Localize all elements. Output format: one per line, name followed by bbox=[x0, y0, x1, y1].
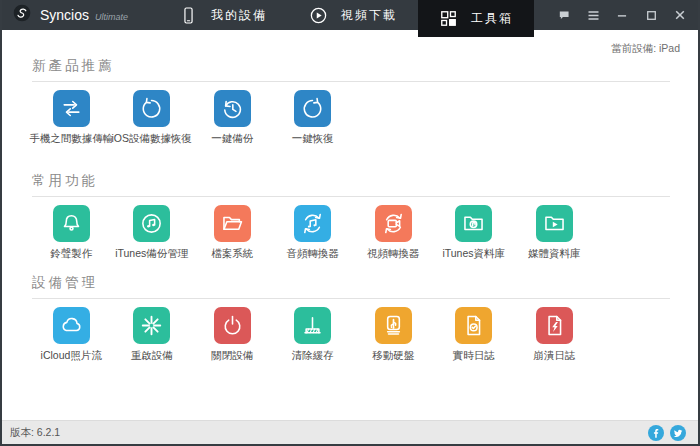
tool-label: 清除緩存 bbox=[292, 349, 334, 363]
video-convert-icon bbox=[375, 205, 412, 242]
tool-tile[interactable]: iTunes備份管理 bbox=[112, 205, 193, 261]
tool-label: 實時日誌 bbox=[453, 349, 495, 363]
tool-tile[interactable]: iCloud照片流 bbox=[31, 307, 112, 363]
tool-tile[interactable]: iOS設備數據恢復 bbox=[112, 90, 193, 146]
tool-label: 音頻轉換器 bbox=[287, 247, 340, 261]
tile-row: 鈴聲製作iTunes備份管理檔案系統音頻轉換器視頻轉換器iTunes資料庫媒體資… bbox=[31, 205, 670, 261]
tile-row: iCloud照片流重啟設備關閉設備清除緩存移動硬盤實時日誌崩潰日誌 bbox=[31, 307, 670, 363]
tab-label: 視頻下載 bbox=[341, 7, 397, 24]
tool-tile[interactable]: 關閉設備 bbox=[192, 307, 273, 363]
tool-tile[interactable]: 清除緩存 bbox=[273, 307, 354, 363]
tool-tile[interactable]: 檔案系統 bbox=[192, 205, 273, 261]
tool-label: 重啟設備 bbox=[131, 349, 173, 363]
crash-log-icon bbox=[536, 307, 573, 344]
phone-icon bbox=[179, 6, 198, 25]
tool-label: 一鍵備份 bbox=[211, 132, 253, 146]
tab-label: 我的設備 bbox=[211, 7, 267, 24]
section: 常用功能鈴聲製作iTunes備份管理檔案系統音頻轉換器視頻轉換器iTunes資料… bbox=[32, 172, 670, 261]
tool-label: iCloud照片流 bbox=[41, 349, 102, 363]
twitter-icon[interactable] bbox=[670, 425, 686, 441]
reboot-icon bbox=[133, 307, 170, 344]
window-controls bbox=[556, 0, 688, 30]
menu-icon[interactable] bbox=[585, 7, 601, 23]
tool-label: iOS設備數據恢復 bbox=[112, 132, 193, 146]
transfer-icon bbox=[53, 90, 90, 127]
tab-1[interactable]: 我的設備 bbox=[158, 0, 288, 30]
app-name: Syncios bbox=[40, 7, 89, 23]
status-bar: 版本: 6.2.1 bbox=[2, 420, 698, 444]
grid-icon bbox=[439, 9, 458, 28]
recovery-icon bbox=[294, 90, 331, 127]
section-title: 新產品推薦 bbox=[32, 57, 670, 82]
tool-tile[interactable]: 媒體資料庫 bbox=[514, 205, 595, 261]
itunes-library-icon bbox=[455, 205, 492, 242]
tool-tile[interactable]: 鈴聲製作 bbox=[31, 205, 112, 261]
social-links bbox=[648, 425, 686, 441]
tab-3[interactable]: 工具箱 bbox=[418, 0, 534, 37]
feedback-icon[interactable] bbox=[556, 7, 572, 23]
backup-clock-icon bbox=[214, 90, 251, 127]
audio-convert-icon bbox=[294, 205, 331, 242]
media-library-icon bbox=[536, 205, 573, 242]
logo-area: Syncios Ultimate bbox=[12, 0, 128, 30]
tool-tile[interactable]: 一鍵恢復 bbox=[273, 90, 354, 146]
tool-tile[interactable]: 視頻轉換器 bbox=[353, 205, 434, 261]
tool-tile[interactable]: 手機之間數據傳輸 bbox=[31, 90, 112, 146]
tool-label: 移動硬盤 bbox=[372, 349, 414, 363]
tool-label: iTunes資料庫 bbox=[442, 247, 505, 261]
tool-label: 手機之間數據傳輸 bbox=[29, 132, 113, 146]
current-device-label: 當前設備: iPad bbox=[611, 42, 680, 56]
tool-label: 視頻轉換器 bbox=[367, 247, 420, 261]
restore-icon bbox=[133, 90, 170, 127]
power-icon bbox=[214, 307, 251, 344]
section-title: 常用功能 bbox=[32, 172, 670, 197]
folder-open-icon bbox=[214, 205, 251, 242]
syncios-logo-icon bbox=[12, 3, 32, 27]
tool-tile[interactable]: 實時日誌 bbox=[434, 307, 515, 363]
minimize-icon[interactable] bbox=[614, 7, 630, 23]
clean-icon bbox=[294, 307, 331, 344]
syncios-window: Syncios Ultimate 我的設備視頻下載工具箱 當前設備: iPad … bbox=[0, 0, 700, 446]
tool-label: iTunes備份管理 bbox=[115, 247, 188, 261]
close-icon[interactable] bbox=[672, 7, 688, 23]
tab-2[interactable]: 視頻下載 bbox=[288, 0, 418, 30]
tab-label: 工具箱 bbox=[471, 10, 513, 27]
tool-label: 鈴聲製作 bbox=[50, 247, 92, 261]
section: 新產品推薦手機之間數據傳輸iOS設備數據恢復一鍵備份一鍵恢復 bbox=[32, 57, 670, 146]
facebook-icon[interactable] bbox=[648, 425, 664, 441]
sections: 新產品推薦手機之間數據傳輸iOS設備數據恢復一鍵備份一鍵恢復常用功能鈴聲製作iT… bbox=[32, 50, 670, 363]
section-title: 設備管理 bbox=[32, 274, 670, 299]
section: 設備管理iCloud照片流重啟設備關閉設備清除緩存移動硬盤實時日誌崩潰日誌 bbox=[32, 274, 670, 363]
tool-tile[interactable]: 一鍵備份 bbox=[192, 90, 273, 146]
tool-label: 崩潰日誌 bbox=[533, 349, 575, 363]
tool-label: 媒體資料庫 bbox=[528, 247, 581, 261]
itunes-icon bbox=[133, 205, 170, 242]
maximize-icon[interactable] bbox=[643, 7, 659, 23]
tool-label: 關閉設備 bbox=[211, 349, 253, 363]
tool-label: 檔案系統 bbox=[211, 247, 253, 261]
tool-tile[interactable]: 崩潰日誌 bbox=[514, 307, 595, 363]
tool-tile[interactable]: 音頻轉換器 bbox=[273, 205, 354, 261]
titlebar: Syncios Ultimate 我的設備視頻下載工具箱 bbox=[2, 0, 698, 30]
version-label: 版本: 6.2.1 bbox=[10, 426, 60, 440]
app-edition: Ultimate bbox=[95, 12, 128, 22]
tabs: 我的設備視頻下載工具箱 bbox=[158, 0, 534, 37]
tool-label: 一鍵恢復 bbox=[292, 132, 334, 146]
tool-tile[interactable]: 移動硬盤 bbox=[353, 307, 434, 363]
tool-tile[interactable]: iTunes資料庫 bbox=[434, 205, 515, 261]
bell-icon bbox=[53, 205, 90, 242]
cloud-icon bbox=[53, 307, 90, 344]
play-icon bbox=[309, 6, 328, 25]
tool-tile[interactable]: 重啟設備 bbox=[112, 307, 193, 363]
tile-row: 手機之間數據傳輸iOS設備數據恢復一鍵備份一鍵恢復 bbox=[31, 90, 670, 146]
usb-drive-icon bbox=[375, 307, 412, 344]
realtime-log-icon bbox=[455, 307, 492, 344]
